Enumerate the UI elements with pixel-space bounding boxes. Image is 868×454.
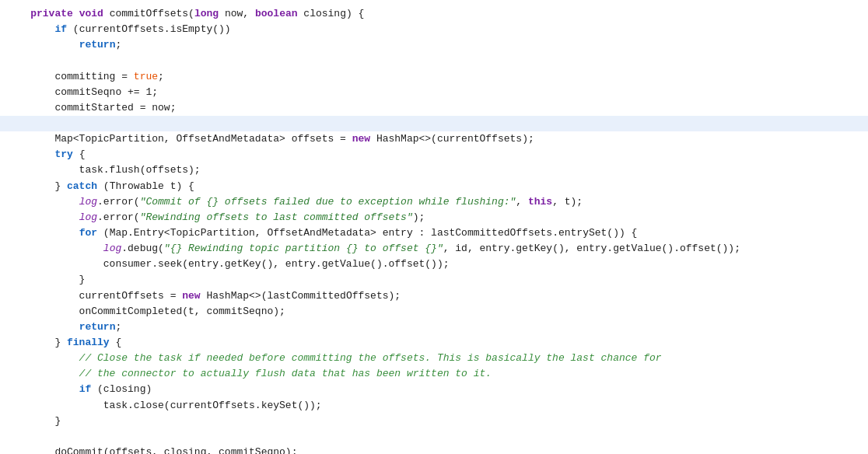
code-line-9: Map<TopicPartition, OffsetAndMetadata> o…: [0, 131, 868, 147]
code-line-19: currentOffsets = new HashMap<>(lastCommi…: [0, 288, 868, 304]
code-line-2: if (currentOffsets.isEmpty()): [0, 22, 868, 37]
code-line-16: log.debug("{} Rewinding topic partition …: [0, 241, 868, 257]
code-line-13: log.error("Commit of {} offsets failed d…: [0, 194, 868, 210]
code-line-20: onCommitCompleted(t, commitSeqno);: [0, 304, 868, 320]
code-line-1: private void commitOffsets(long now, boo…: [0, 6, 868, 22]
code-line-5: committing = true;: [0, 69, 868, 85]
code-line-18: }: [0, 272, 868, 288]
code-line-14: log.error("Rewinding offsets to last com…: [0, 210, 868, 225]
code-line-29: doCommit(offsets, closing, commitSeqno);: [0, 445, 868, 454]
code-line-28: [0, 429, 868, 445]
code-line-22: } finally {: [0, 335, 868, 351]
code-line-24: // the connector to actually flush data …: [0, 366, 868, 382]
code-line-21: return;: [0, 320, 868, 335]
code-line-25: if (closing): [0, 382, 868, 397]
code-line-10: try {: [0, 147, 868, 162]
code-line-26: task.close(currentOffsets.keySet());: [0, 398, 868, 414]
code-line-15: for (Map.Entry<TopicPartition, OffsetAnd…: [0, 225, 868, 241]
code-container: private void commitOffsets(long now, boo…: [0, 0, 868, 454]
code-line-17: consumer.seek(entry.getKey(), entry.getV…: [0, 257, 868, 272]
code-line-3: return;: [0, 37, 868, 53]
code-line-6: commitSeqno += 1;: [0, 85, 868, 100]
code-line-12: } catch (Throwable t) {: [0, 179, 868, 194]
code-line-23: // Close the task if needed before commi…: [0, 351, 868, 366]
code-line-7: commitStarted = now;: [0, 100, 868, 116]
code-line-8: [0, 116, 868, 131]
code-line-11: task.flush(offsets);: [0, 162, 868, 178]
code-line-27: }: [0, 414, 868, 429]
code-line-4: [0, 53, 868, 68]
